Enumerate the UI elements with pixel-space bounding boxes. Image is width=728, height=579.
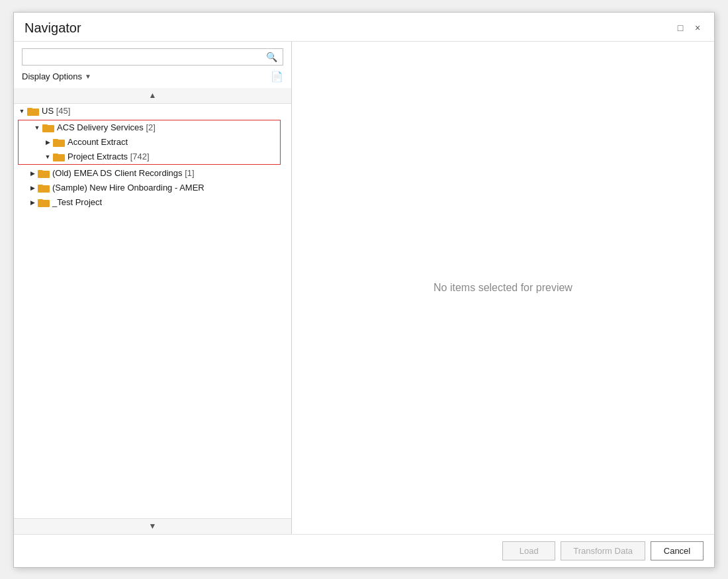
expander-project-extracts[interactable]: ▼ — [42, 152, 53, 162]
svg-rect-11 — [38, 185, 43, 187]
close-icon: × — [695, 22, 700, 33]
label-us: US [45] — [42, 106, 70, 116]
search-wrapper: 🔍 — [22, 48, 283, 66]
refresh-icon-button[interactable]: 📄 — [271, 71, 283, 83]
dialog-body: 🔍 Display Options ▼ 📄 ▲ — [14, 41, 714, 534]
tree-item-test-project[interactable]: ▶ _Test Project — [14, 195, 285, 210]
search-icon: 🔍 — [266, 52, 277, 62]
preview-empty-message: No items selected for preview — [433, 282, 572, 294]
dialog-footer: Load Transform Data Cancel — [14, 534, 714, 567]
svg-rect-9 — [38, 170, 43, 172]
display-options-bar: Display Options ▼ 📄 — [14, 66, 291, 88]
svg-rect-13 — [38, 199, 43, 201]
tree-item-project-extracts[interactable]: ▼ Project Extracts [742] — [19, 150, 280, 164]
tree-item-acs[interactable]: ▼ ACS Delivery Services [2] — [19, 120, 280, 135]
cancel-button[interactable]: Cancel — [651, 541, 704, 560]
label-acs: ACS Delivery Services [2] — [57, 122, 156, 132]
minimize-icon: □ — [678, 22, 683, 33]
label-project-extracts: Project Extracts [742] — [68, 152, 150, 161]
left-panel: 🔍 Display Options ▼ 📄 ▲ — [14, 42, 292, 534]
svg-rect-1 — [27, 108, 32, 110]
transform-data-button[interactable]: Transform Data — [561, 541, 645, 560]
window-controls: □ × — [674, 22, 704, 34]
tree-item-account-extract[interactable]: ▶ Account Extract — [19, 135, 280, 150]
folder-icon-sample-new-hire — [38, 183, 50, 193]
svg-rect-3 — [42, 124, 48, 126]
folder-icon-test-project — [38, 198, 50, 207]
title-bar: Navigator □ × — [14, 13, 714, 41]
chevron-up-icon: ▲ — [149, 91, 157, 100]
folder-icon-project-extracts — [53, 152, 65, 161]
label-sample-new-hire: (Sample) New Hire Onboarding - AMER — [52, 183, 205, 193]
acs-group: ▼ ACS Delivery Services [2] ▶ — [18, 120, 281, 165]
tree-item-us[interactable]: ▼ US [45] — [14, 104, 285, 118]
right-panel: No items selected for preview — [292, 42, 714, 534]
display-options-label: Display Options — [22, 71, 82, 81]
transform-data-label: Transform Data — [573, 546, 633, 556]
expander-acs[interactable]: ▼ — [32, 122, 42, 133]
expander-sample-new-hire[interactable]: ▶ — [27, 183, 38, 193]
load-label: Load — [520, 546, 539, 556]
tree-item-old-emea[interactable]: ▶ (Old) EMEA DS Client Recordings [1] — [14, 166, 285, 181]
expander-test-project[interactable]: ▶ — [27, 197, 38, 208]
load-button[interactable]: Load — [502, 541, 555, 560]
tree-item-sample-new-hire[interactable]: ▶ (Sample) New Hire Onboarding - AMER — [14, 181, 285, 195]
chevron-down-icon: ▼ — [85, 73, 91, 80]
label-account-extract: Account Extract — [68, 137, 128, 147]
expander-old-emea[interactable]: ▶ — [27, 168, 38, 179]
folder-icon-acs — [42, 123, 54, 132]
svg-rect-7 — [53, 154, 58, 156]
minimize-button[interactable]: □ — [674, 22, 686, 34]
label-old-emea: (Old) EMEA DS Client Recordings [1] — [52, 168, 195, 178]
folder-icon-account-extract — [53, 138, 65, 147]
dialog-title: Navigator — [24, 21, 81, 36]
svg-rect-5 — [53, 139, 58, 141]
tree-area: ▼ US [45] ▼ — [14, 104, 291, 518]
navigator-dialog: Navigator □ × 🔍 Display Options — [13, 12, 715, 568]
scroll-up-button[interactable]: ▲ — [14, 88, 291, 104]
search-bar: 🔍 — [14, 42, 291, 66]
chevron-down-icon: ▼ — [149, 521, 157, 531]
display-options-button[interactable]: Display Options ▼ — [22, 71, 91, 81]
label-test-project: _Test Project — [52, 197, 102, 207]
scroll-down-button[interactable]: ▼ — [14, 518, 291, 534]
folder-icon-us — [27, 107, 39, 116]
search-input[interactable] — [28, 52, 266, 62]
cancel-label: Cancel — [664, 546, 690, 556]
expander-account-extract[interactable]: ▶ — [42, 137, 53, 148]
folder-icon-old-emea — [38, 169, 50, 178]
close-button[interactable]: × — [692, 22, 704, 34]
expander-us[interactable]: ▼ — [17, 106, 27, 116]
refresh-icon: 📄 — [271, 71, 283, 82]
